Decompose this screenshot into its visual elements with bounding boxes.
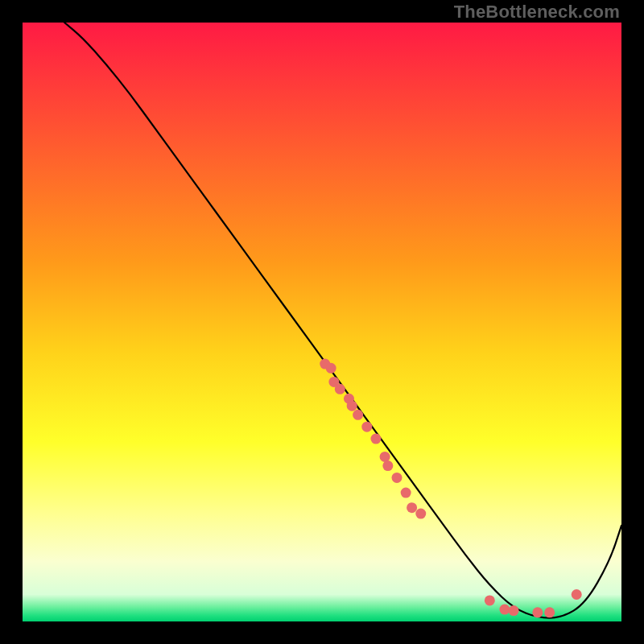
- benchmark-point: [370, 434, 381, 444]
- benchmark-point: [407, 502, 417, 513]
- benchmark-point: [499, 605, 510, 615]
- benchmark-point: [415, 509, 426, 519]
- benchmark-point: [361, 422, 372, 432]
- benchmark-point: [485, 595, 495, 605]
- benchmark-point: [509, 605, 519, 616]
- benchmark-point: [532, 607, 543, 617]
- benchmark-point: [326, 363, 336, 374]
- benchmark-point: [382, 460, 393, 471]
- chart-frame: [23, 23, 621, 621]
- bottleneck-chart: [23, 23, 621, 621]
- benchmark-point: [380, 452, 390, 462]
- benchmark-point: [347, 401, 357, 411]
- benchmark-point: [335, 384, 345, 394]
- watermark-text: TheBottleneck.com: [454, 2, 620, 23]
- chart-background: [23, 23, 621, 621]
- benchmark-point: [392, 473, 402, 483]
- benchmark-point: [401, 488, 411, 498]
- benchmark-point: [353, 410, 363, 420]
- benchmark-point: [572, 589, 582, 600]
- benchmark-point: [544, 607, 555, 617]
